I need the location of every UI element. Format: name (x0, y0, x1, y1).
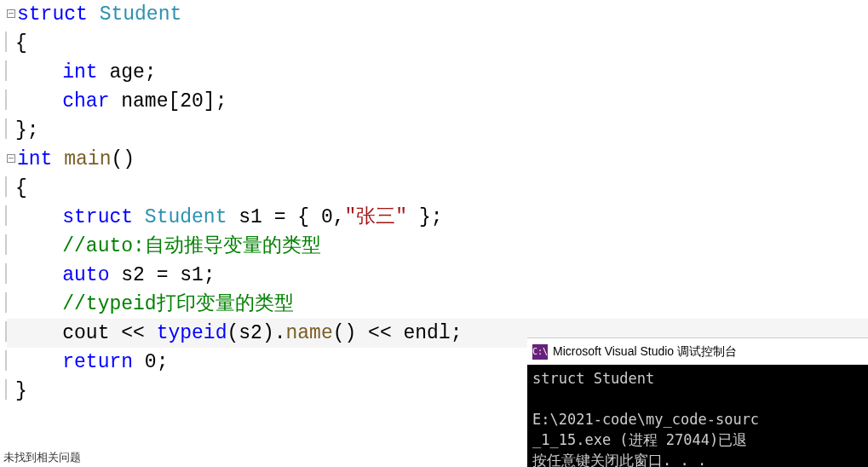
console-line: E:\2021-code\my_code-sourc (532, 411, 759, 428)
type-name: Student (145, 206, 227, 228)
outline-bar (5, 118, 7, 139)
keyword: int (62, 61, 97, 84)
identifier: name[20]; (109, 90, 227, 112)
indent (15, 264, 62, 286)
function-name: name (285, 322, 332, 344)
keyword: struct (62, 206, 133, 228)
code-line[interactable]: auto s2 = s1; (7, 261, 868, 290)
punct: }; (407, 206, 442, 228)
keyword: int (17, 148, 52, 170)
console-line: 按任意键关闭此窗口. . . (532, 452, 706, 467)
code-line[interactable]: char name[20]; (7, 87, 868, 116)
code-line[interactable]: { (7, 29, 868, 58)
function-name: main (64, 148, 111, 170)
keyword: char (62, 90, 109, 112)
brace: }; (15, 119, 39, 141)
outline-bar (5, 350, 7, 371)
identifier: () << endl; (333, 322, 463, 344)
console-output[interactable]: struct Student E:\2021-code\my_code-sour… (527, 365, 868, 467)
code-line[interactable]: }; (7, 116, 868, 145)
identifier: (s2). (227, 322, 285, 344)
brace: } (15, 380, 27, 402)
indent (15, 235, 62, 257)
indent (15, 206, 62, 228)
parens: () (111, 148, 135, 170)
identifier: s1 = { 0, (227, 206, 344, 228)
console-titlebar[interactable]: C:\ Microsoft Visual Studio 调试控制台 (527, 337, 868, 365)
outline-bar (5, 205, 7, 226)
indent (15, 61, 62, 84)
keyword: return (62, 351, 133, 373)
comment: //auto:自动推导变量的类型 (62, 235, 321, 257)
keyword: struct (17, 3, 88, 26)
comment: //typeid打印变量的类型 (62, 293, 293, 315)
keyword: auto (62, 264, 109, 286)
indent (15, 351, 62, 373)
code-line[interactable]: { (7, 174, 868, 203)
identifier: s2 = s1; (109, 264, 215, 286)
console-line: struct Student (532, 370, 654, 387)
debug-console-window[interactable]: C:\ Microsoft Visual Studio 调试控制台 struct… (527, 337, 868, 467)
outline-bar (5, 379, 7, 400)
code-line[interactable]: //auto:自动推导变量的类型 (7, 232, 868, 261)
outline-bar (5, 292, 7, 313)
console-line: _1_15.exe (进程 27044)已退 (532, 431, 747, 448)
indent (15, 90, 62, 112)
fold-toggle-icon[interactable] (7, 9, 15, 18)
status-bar-text: 未找到相关问题 (0, 448, 84, 467)
console-icon: C:\ (532, 344, 548, 360)
console-title: Microsoft Visual Studio 调试控制台 (553, 344, 737, 360)
code-line[interactable]: struct Student (7, 0, 868, 29)
type-name: Student (100, 3, 182, 26)
outline-bar (5, 234, 7, 255)
indent (15, 293, 62, 315)
outline-bar (5, 321, 7, 342)
keyword: typeid (157, 322, 227, 344)
code-line[interactable]: //typeid打印变量的类型 (7, 290, 868, 319)
outline-bar (5, 89, 7, 110)
string-literal: "张三" (345, 206, 408, 228)
identifier: cout << (62, 322, 156, 344)
indent (15, 322, 62, 344)
outline-bar (5, 263, 7, 284)
brace: { (15, 177, 27, 199)
code-line[interactable]: int main() (7, 145, 868, 174)
outline-bar (5, 176, 7, 197)
code-line[interactable]: struct Student s1 = { 0,"张三" }; (7, 203, 868, 232)
code-line[interactable]: int age; (7, 58, 868, 87)
outline-bar (5, 61, 7, 81)
fold-toggle-icon[interactable] (7, 154, 15, 163)
brace: { (15, 32, 27, 55)
identifier: 0; (133, 351, 168, 373)
outline-bar (5, 32, 7, 52)
identifier: age; (98, 61, 157, 84)
